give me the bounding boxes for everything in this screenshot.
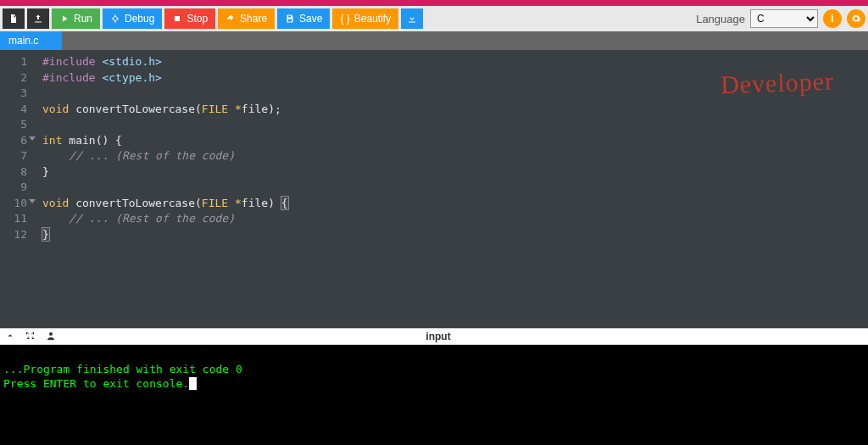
svg-rect-5	[175, 16, 180, 21]
collapse-icon[interactable]	[5, 331, 15, 343]
download-icon	[407, 14, 417, 24]
new-file-button[interactable]	[3, 8, 25, 29]
language-label: Language	[696, 13, 745, 25]
download-button[interactable]	[401, 8, 423, 29]
share-label: Share	[240, 13, 267, 25]
run-label: Run	[74, 13, 92, 25]
toolbar: Run Debug Stop Share Save { } Beautify L…	[0, 6, 868, 31]
save-label: Save	[299, 13, 322, 25]
gear-icon	[851, 14, 861, 24]
top-strip	[0, 0, 868, 6]
play-icon	[59, 14, 70, 24]
code-area[interactable]: #include <stdio.h>#include <ctype.h> voi…	[36, 50, 868, 328]
line-gutter: 123456789101112	[0, 50, 36, 328]
open-file-button[interactable]	[27, 8, 49, 29]
stop-icon	[172, 14, 182, 24]
svg-point-0	[114, 17, 118, 21]
debug-button[interactable]: Debug	[103, 8, 162, 29]
braces-icon: { }	[340, 13, 349, 25]
beautify-button[interactable]: { } Beautify	[332, 8, 398, 29]
bug-icon	[110, 14, 120, 24]
file-icon	[8, 14, 19, 24]
share-icon	[225, 14, 236, 24]
floppy-icon	[285, 14, 295, 24]
expand-icon[interactable]	[25, 331, 36, 343]
debug-label: Debug	[125, 13, 154, 25]
editor[interactable]: 123456789101112 #include <stdio.h>#inclu…	[0, 50, 868, 328]
info-icon: i	[831, 13, 833, 25]
svg-point-6	[49, 332, 53, 336]
tab-bar: main.c	[0, 31, 868, 50]
console-output[interactable]: ...Program finished with exit code 0Pres…	[0, 345, 868, 445]
file-tab[interactable]: main.c	[0, 31, 62, 50]
share-button[interactable]: Share	[218, 8, 275, 29]
upload-icon	[33, 14, 43, 24]
info-button[interactable]: i	[823, 9, 842, 28]
stop-label: Stop	[186, 13, 208, 25]
run-button[interactable]: Run	[52, 8, 100, 29]
language-select[interactable]: C	[750, 9, 818, 28]
settings-button[interactable]	[847, 9, 865, 28]
console-header: input	[0, 328, 868, 345]
console-tab-label: input	[66, 331, 810, 342]
save-button[interactable]: Save	[277, 8, 330, 29]
tab-label: main.c	[8, 35, 38, 47]
stop-button[interactable]: Stop	[164, 8, 215, 29]
person-icon[interactable]	[46, 331, 56, 343]
beautify-label: Beautify	[354, 13, 391, 25]
